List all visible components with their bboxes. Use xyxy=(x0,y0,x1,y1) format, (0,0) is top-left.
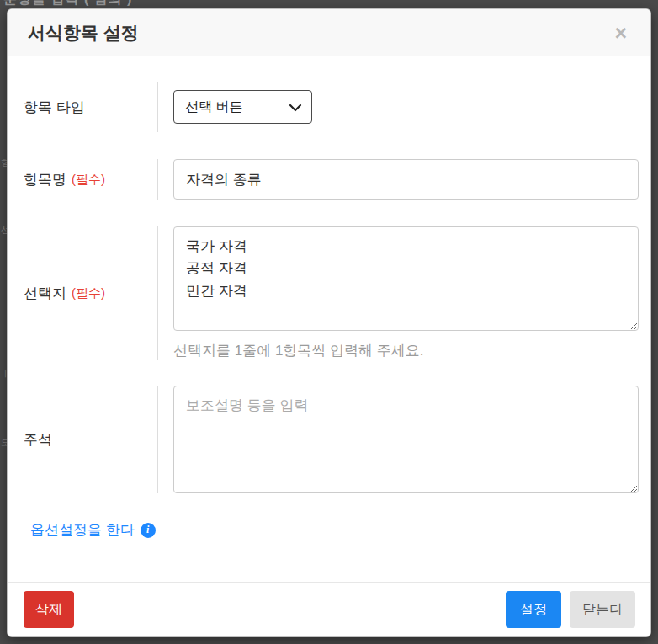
item-type-label: 항목 타입 xyxy=(8,82,157,132)
close-button[interactable]: 닫는다 xyxy=(570,591,635,628)
required-badge: (필수) xyxy=(72,172,105,188)
item-type-field: 선택 버튼 xyxy=(157,82,650,132)
options-row: 옵션설정을 한다 i xyxy=(30,520,650,540)
choices-help-text: 선택지를 1줄에 1항목씩 입력해 주세요. xyxy=(173,341,639,360)
info-circle-icon[interactable]: i xyxy=(141,523,156,538)
item-name-row: 항목명 (필수) xyxy=(8,159,650,200)
delete-button[interactable]: 삭제 xyxy=(24,591,74,628)
comment-row: 주석 xyxy=(8,386,650,493)
comment-textarea[interactable] xyxy=(173,386,639,493)
item-type-select[interactable]: 선택 버튼 xyxy=(173,90,312,124)
required-badge: (필수) xyxy=(72,285,105,301)
choices-textarea[interactable]: 국가 자격 공적 자격 민간 자격 xyxy=(173,226,639,331)
item-name-input[interactable] xyxy=(173,159,639,200)
close-icon[interactable]: × xyxy=(611,23,630,44)
chevron-down-icon xyxy=(289,102,302,114)
form-item-settings-dialog: 서식항목 설정 × 항목 타입 선택 버튼 항목명 (필수) xyxy=(7,8,651,637)
dialog-header: 서식항목 설정 × xyxy=(8,9,650,56)
comment-field xyxy=(157,386,650,493)
item-type-row: 항목 타입 선택 버튼 xyxy=(8,82,650,132)
item-name-label: 항목명 (필수) xyxy=(8,159,157,200)
backdrop-clipped-text: 문장을 입력 ( 임의 ) xyxy=(3,0,132,8)
footer-right-buttons: 설정 닫는다 xyxy=(506,591,635,628)
comment-label: 주석 xyxy=(8,386,157,493)
choices-field: 국가 자격 공적 자격 민간 자격 선택지를 1줄에 1항목씩 입력해 주세요. xyxy=(157,226,650,360)
dialog-title: 서식항목 설정 xyxy=(28,21,139,45)
submit-button[interactable]: 설정 xyxy=(506,591,561,628)
choices-label: 선택지 (필수) xyxy=(8,226,157,360)
choices-row: 선택지 (필수) 국가 자격 공적 자격 민간 자격 선택지를 1줄에 1항목씩… xyxy=(8,226,650,360)
item-type-selected-value: 선택 버튼 xyxy=(185,98,242,116)
dialog-body: 항목 타입 선택 버튼 항목명 (필수) xyxy=(8,56,650,582)
item-name-field xyxy=(157,159,650,200)
option-settings-link[interactable]: 옵션설정을 한다 xyxy=(30,520,135,540)
dialog-footer: 삭제 설정 닫는다 xyxy=(8,582,650,636)
